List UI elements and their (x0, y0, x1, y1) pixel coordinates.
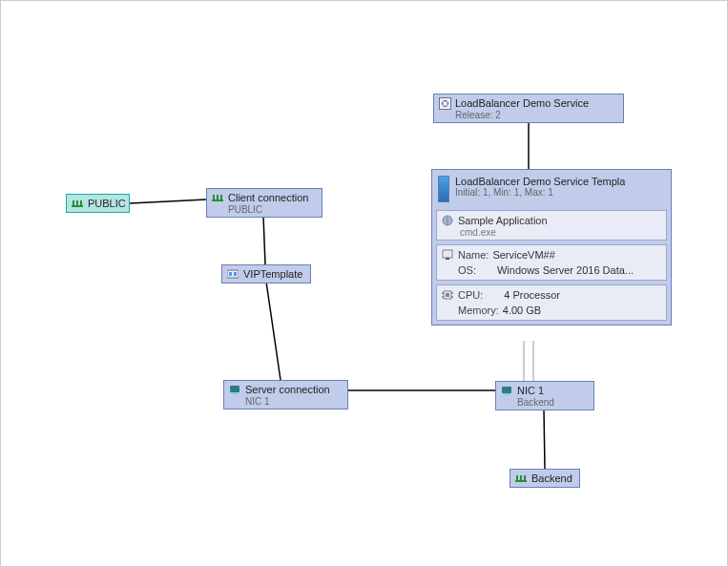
svg-rect-8 (72, 205, 83, 207)
vip-icon (226, 267, 239, 281)
svg-rect-39 (516, 475, 518, 480)
vm-os-label: OS: (458, 264, 476, 276)
node-service-template[interactable]: LoadBalancer Demo Service Templa Initial… (431, 169, 672, 326)
node-nic1-sub: Backend (496, 397, 593, 410)
node-server-connection-sub: NIC 1 (224, 396, 347, 409)
node-server-connection-label: Server connection (245, 384, 330, 395)
node-lb-service-label: LoadBalancer Demo Service (455, 97, 589, 109)
node-lb-service-sub: Release: 2 (434, 110, 623, 122)
node-public[interactable]: PUBLIC (66, 194, 130, 213)
app-name: Sample Application (458, 215, 548, 226)
vm-icon (441, 248, 454, 262)
vm-name-value: ServiceVM## (492, 249, 554, 261)
svg-line-1 (263, 216, 265, 264)
node-public-label: PUBLIC (88, 198, 126, 209)
mem-value: 4.00 GB (503, 304, 541, 316)
svg-rect-20 (231, 392, 239, 394)
svg-rect-21 (439, 97, 450, 109)
cpu-icon (441, 288, 454, 302)
node-vip-template-label: VIPTemplate (243, 268, 302, 280)
svg-rect-11 (80, 200, 82, 205)
svg-rect-16 (227, 270, 239, 278)
svg-rect-41 (524, 475, 526, 480)
cpu-value: 4 Processor (504, 289, 560, 301)
vm-os-value: Windows Server 2016 Data... (497, 264, 634, 276)
svg-rect-37 (503, 393, 510, 395)
svg-rect-14 (217, 195, 218, 200)
cpu-label: CPU: (458, 289, 483, 301)
network-icon (211, 191, 224, 204)
service-template-scale: Initial: 1, Min: 1, Max: 1 (455, 187, 625, 198)
panel-application[interactable]: Sample Application cmd.exe (436, 210, 667, 241)
svg-point-23 (444, 99, 446, 101)
node-vip-template[interactable]: VIPTemplate (221, 264, 311, 284)
svg-point-24 (444, 105, 446, 107)
svg-rect-29 (446, 258, 449, 260)
svg-rect-40 (520, 475, 522, 480)
svg-rect-19 (230, 386, 239, 392)
nic-icon (228, 383, 241, 396)
globe-icon (441, 214, 454, 227)
vm-name-label: Name: (458, 249, 489, 261)
node-backend[interactable]: Backend (510, 469, 580, 488)
node-client-connection-sub: PUBLIC (207, 204, 322, 217)
service-icon (438, 96, 451, 110)
svg-rect-31 (446, 293, 449, 297)
svg-rect-38 (515, 480, 527, 482)
svg-point-25 (441, 102, 443, 104)
svg-rect-28 (443, 250, 452, 258)
node-nic1[interactable]: NIC 1 Backend (495, 381, 594, 410)
panel-vm[interactable]: Name: ServiceVM## OS: Windows Server 201… (436, 244, 667, 281)
service-template-title: LoadBalancer Demo Service Templa (455, 176, 625, 187)
node-server-connection[interactable]: Server connection NIC 1 (223, 380, 348, 410)
svg-rect-15 (220, 195, 222, 200)
svg-point-26 (447, 102, 448, 104)
svg-rect-13 (213, 195, 215, 200)
svg-line-0 (130, 200, 206, 203)
node-nic1-label: NIC 1 (517, 385, 544, 396)
mem-label: Memory: (458, 304, 499, 316)
node-backend-label: Backend (531, 472, 572, 484)
svg-rect-12 (212, 200, 223, 201)
network-icon (71, 197, 84, 210)
svg-rect-10 (76, 200, 78, 205)
svg-rect-36 (502, 387, 511, 393)
svg-rect-18 (234, 272, 237, 276)
node-client-connection-label: Client connection (228, 192, 308, 203)
app-exe: cmd.exe (441, 227, 662, 238)
node-lb-service[interactable]: LoadBalancer Demo Service Release: 2 (433, 94, 624, 123)
diagram-frame: PUBLIC Client connection PUBLIC VIPTempl… (0, 0, 728, 567)
svg-rect-9 (73, 200, 74, 205)
svg-rect-17 (229, 272, 232, 276)
nic-icon (500, 384, 513, 397)
node-client-connection[interactable]: Client connection PUBLIC (206, 188, 322, 218)
panel-hw[interactable]: CPU: 4 Processor Memory: 4.00 GB (436, 284, 667, 321)
network-icon (514, 472, 528, 485)
svg-line-2 (266, 282, 281, 380)
svg-line-7 (544, 410, 545, 469)
vm-bar-icon (438, 176, 449, 202)
